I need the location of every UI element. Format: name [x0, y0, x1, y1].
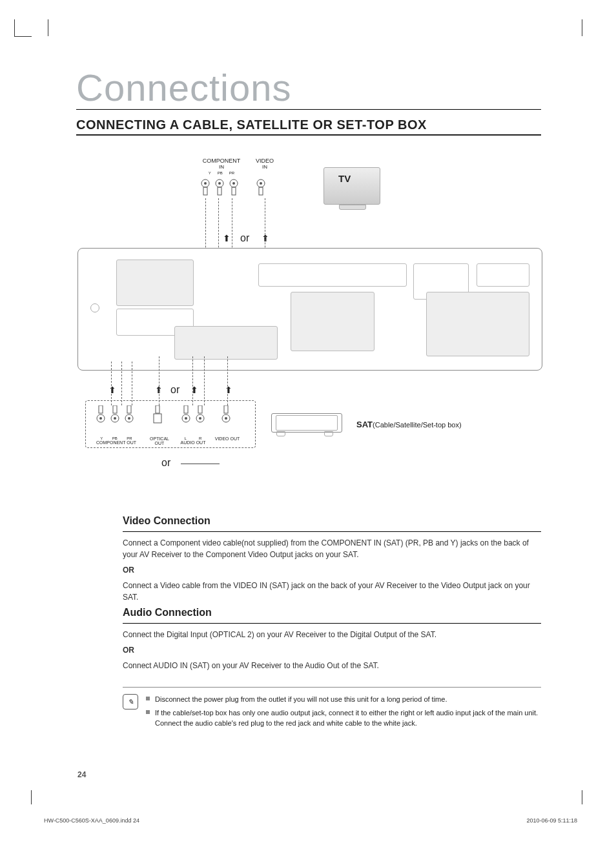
svg-point-31 — [225, 417, 227, 420]
video-in-label2: IN — [252, 164, 278, 170]
svg-rect-18 — [127, 405, 131, 413]
component-in-label2: IN — [199, 164, 244, 170]
arrow-up-icon: ⬆ — [225, 385, 232, 395]
svg-rect-15 — [113, 405, 117, 413]
svg-rect-5 — [218, 187, 221, 195]
component-in-label: COMPONENT — [199, 158, 244, 164]
audio-out-label: AUDIO OUT — [178, 440, 208, 445]
note-bullet-1: Disconnect the power plug from the outle… — [155, 694, 447, 705]
or-label-3: or — [161, 457, 170, 469]
video-in-label: VIDEO — [252, 158, 278, 164]
svg-point-28 — [199, 417, 201, 420]
svg-rect-11 — [259, 187, 263, 195]
svg-point-4 — [218, 182, 221, 185]
arrow-up-icon: ⬆ — [108, 385, 116, 395]
video-out-label: VIDEO OUT — [214, 436, 240, 441]
tv-label: TV — [338, 173, 351, 184]
svg-rect-2 — [203, 187, 207, 195]
or-label-2: or — [170, 384, 180, 396]
note-box: ✎ Disconnect the power plug from the out… — [123, 687, 541, 731]
footer-date: 2010-06-09 5:11:18 — [526, 817, 577, 824]
tv-input-jacks — [200, 178, 266, 198]
svg-point-20 — [128, 417, 130, 420]
footer-file: HW-C500-C560S-XAA_0609.indd 24 — [44, 817, 139, 824]
note-icon: ✎ — [123, 694, 138, 709]
arrow-up-icon: ⬆ — [223, 233, 231, 243]
svg-rect-8 — [232, 187, 236, 195]
pr-label: PR — [229, 171, 234, 175]
optical-out-label: OPTICAL OUT — [145, 436, 174, 445]
svg-point-14 — [99, 417, 102, 420]
audio-p1: Connect the Digital Input (OPTICAL 2) on… — [123, 629, 541, 640]
y-label: Y — [209, 171, 211, 175]
page-number: 24 — [77, 770, 86, 779]
svg-point-10 — [260, 182, 262, 185]
svg-rect-12 — [99, 405, 103, 413]
arrow-up-icon: ⬆ — [262, 233, 269, 243]
svg-rect-21 — [156, 405, 159, 413]
video-p1: Connect a Component video cable(not supp… — [123, 537, 541, 560]
chapter-title: Connections — [76, 66, 541, 110]
svg-point-1 — [204, 182, 207, 185]
svg-point-17 — [114, 417, 116, 420]
pb-label: PB — [218, 171, 223, 175]
or-label-1: or — [240, 232, 249, 244]
svg-rect-26 — [198, 405, 202, 413]
svg-rect-29 — [224, 405, 228, 413]
component-out-label: COMPONENT OUT — [96, 440, 137, 445]
video-or: OR — [123, 564, 541, 576]
tv-icon — [323, 167, 380, 205]
svg-point-25 — [185, 417, 187, 420]
arrow-up-icon: ⬆ — [190, 385, 198, 395]
svg-rect-22 — [154, 414, 161, 423]
sat-label: SAT(Cable/Satellite/Set-top box) — [356, 420, 462, 429]
audio-p2: Connect AUDIO IN (SAT) on your AV Receiv… — [123, 660, 541, 671]
connection-diagram: COMPONENT IN Y PB PR VIDEO IN TV ⬆ or ⬆ — [77, 148, 542, 500]
audio-or: OR — [123, 644, 541, 656]
svg-point-7 — [232, 182, 235, 185]
note-bullet-2: If the cable/set-top box has only one au… — [155, 708, 541, 729]
video-p2: Connect a Video cable from the VIDEO IN … — [123, 580, 541, 603]
video-connection-heading: Video Connection — [123, 513, 541, 532]
section-heading: CONNECTING A CABLE, SATELLITE OR SET-TOP… — [76, 117, 427, 132]
audio-connection-heading: Audio Connection — [123, 605, 541, 624]
svg-rect-23 — [184, 405, 188, 413]
